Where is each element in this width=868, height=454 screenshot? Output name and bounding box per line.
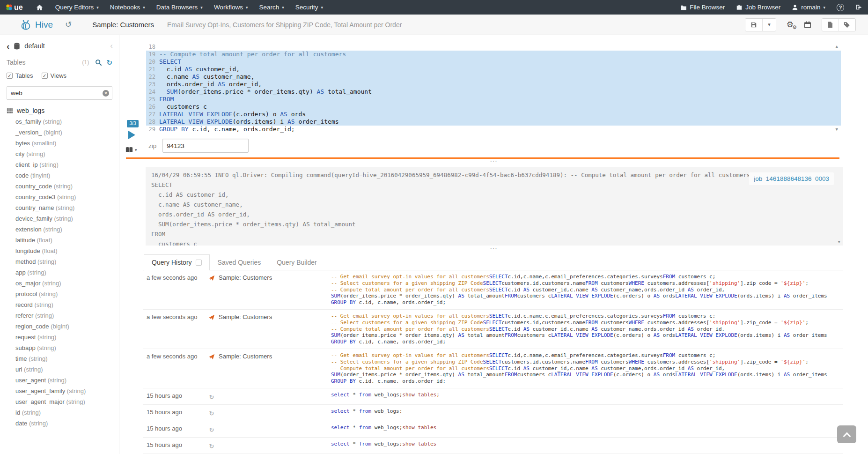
history-query-name[interactable] xyxy=(219,441,331,441)
topnav-menu[interactable]: Workflows ▾ xyxy=(208,0,254,15)
column-item[interactable]: code (tinyint) xyxy=(0,170,119,181)
execute-button[interactable] xyxy=(128,131,135,139)
help-button[interactable]: ? xyxy=(831,0,850,15)
log-scroll-down-arrow[interactable]: ▼ xyxy=(838,240,840,244)
logout-button[interactable] xyxy=(850,0,868,15)
job-browser-button[interactable]: Job Browser xyxy=(730,0,786,15)
history-query-sql[interactable]: -- Get email survey opt-in values for al… xyxy=(331,352,843,385)
column-item[interactable]: app (string) xyxy=(0,267,119,278)
editor-scroll-down-arrow[interactable]: ▼ xyxy=(836,127,838,132)
column-item[interactable]: referer (string) xyxy=(0,310,119,321)
table-item[interactable]: web_logs xyxy=(0,102,119,116)
column-item[interactable]: time (string) xyxy=(0,353,119,364)
column-item[interactable]: user_agent_family (string) xyxy=(0,386,119,396)
job-link[interactable]: job_1461888648136_0003 xyxy=(749,172,834,185)
column-item[interactable]: protocol (string) xyxy=(0,289,119,299)
column-item[interactable]: os_family (string) xyxy=(0,116,119,127)
column-item[interactable]: os_major (string) xyxy=(0,278,119,289)
topnav-menu[interactable]: Notebooks ▾ xyxy=(104,0,151,15)
column-item[interactable]: id (string) xyxy=(0,407,119,418)
column-item[interactable]: country_code3 (string) xyxy=(0,192,119,202)
topnav-menu[interactable]: Query Editors ▾ xyxy=(50,0,104,15)
tab[interactable]: Query History xyxy=(144,254,210,270)
column-item[interactable]: country_code (string) xyxy=(0,181,119,192)
history-query-name[interactable]: Sample: Customers xyxy=(219,313,331,320)
editor-line[interactable]: 23 ords.order_id AS order_id, xyxy=(146,81,841,88)
history-query-sql[interactable]: -- Get email survey opt-in values for al… xyxy=(331,313,843,345)
editor-line[interactable]: 29 GROUP BY c.id, c.name, ords.order_id; xyxy=(146,126,841,133)
home-button[interactable] xyxy=(29,0,50,15)
documentation-book-button[interactable]: ▾ xyxy=(125,147,137,153)
refresh-icon[interactable]: ↻ xyxy=(106,59,112,66)
schedule-calendar-button[interactable] xyxy=(804,21,811,28)
editor-line[interactable]: 24 SUM(order_items.price * order_items.q… xyxy=(146,88,841,96)
editor-line[interactable]: 18 xyxy=(146,43,841,51)
column-item[interactable]: city (string) xyxy=(0,149,119,159)
column-item[interactable]: extension (string) xyxy=(0,224,119,235)
history-query-name[interactable] xyxy=(219,408,331,409)
column-item[interactable]: method (string) xyxy=(0,256,119,267)
resize-grip[interactable]: ⋯ xyxy=(490,246,498,251)
history-query-name[interactable]: Sample: Customers xyxy=(219,274,331,281)
editor-line[interactable]: 22 c.name AS customer_name, xyxy=(146,73,841,81)
editor-line[interactable]: 21 c.id AS customer_id, xyxy=(146,66,841,73)
app-name[interactable]: Hive xyxy=(35,20,53,30)
column-item[interactable]: device_family (string) xyxy=(0,213,119,224)
column-item[interactable]: _version_ (bigint) xyxy=(0,127,119,138)
editor-line[interactable]: 25 FROM xyxy=(146,96,841,103)
history-query-sql[interactable]: -- Get email survey opt-in values for al… xyxy=(331,274,843,306)
history-row[interactable]: a few seconds ago ↻ Sample: Customers --… xyxy=(143,349,843,388)
editor-line[interactable]: 26 customers c xyxy=(146,103,841,111)
history-row[interactable]: 15 hours ago ↻ select * from web_logs;sh… xyxy=(143,388,843,405)
history-row[interactable]: 15 hours ago ↻ select * from web_logs; xyxy=(143,405,843,421)
column-item[interactable]: user_agent_major (string) xyxy=(0,396,119,407)
column-item[interactable]: record (string) xyxy=(0,299,119,310)
editor-line[interactable]: 20 SELECT xyxy=(146,58,841,66)
editor-line[interactable]: 28 LATERAL VIEW EXPLODE(ords.items) i AS… xyxy=(146,118,841,126)
column-item[interactable]: client_ip (string) xyxy=(0,159,119,170)
code-editor[interactable]: 18 19 -- Compute total amount per order … xyxy=(146,43,841,134)
settings-gears-button[interactable]: ⚙⚙ xyxy=(787,21,794,29)
tab[interactable]: Saved Queries xyxy=(210,254,269,270)
resize-grip[interactable]: ⋯ xyxy=(490,159,498,164)
query-history-icon[interactable]: ↺ xyxy=(65,20,72,30)
column-item[interactable]: url (string) xyxy=(0,364,119,375)
editor-line[interactable]: 19 -- Compute total amount per order for… xyxy=(146,51,841,58)
scroll-to-top-button[interactable] xyxy=(837,425,856,443)
tables-checkbox[interactable]: ✓ Tables xyxy=(7,72,33,79)
topnav-menu[interactable]: Data Browsers ▾ xyxy=(151,0,208,15)
column-item[interactable]: request (string) xyxy=(0,332,119,342)
column-item[interactable]: date (string) xyxy=(0,418,119,429)
column-item[interactable]: region_code (bigint) xyxy=(0,321,119,332)
history-row[interactable]: 15 hours ago ↻ select * from web_logs;sh… xyxy=(143,438,843,454)
tags-button[interactable] xyxy=(839,19,855,31)
variable-input[interactable] xyxy=(162,139,249,153)
history-row[interactable]: a few seconds ago ↻ Sample: Customers --… xyxy=(143,270,843,310)
back-chevron[interactable]: ‹ xyxy=(7,42,9,51)
clear-search-icon[interactable]: ✕ xyxy=(103,90,109,97)
database-name[interactable]: default xyxy=(24,42,45,50)
column-item[interactable]: subapp (string) xyxy=(0,342,119,353)
save-options-button[interactable]: ▾ xyxy=(763,19,776,31)
file-browser-button[interactable]: File Browser xyxy=(675,0,730,15)
column-item[interactable]: country_name (string) xyxy=(0,202,119,213)
history-row[interactable]: a few seconds ago ↻ Sample: Customers --… xyxy=(143,310,843,349)
history-row[interactable]: 15 hours ago ↻ select * from web_logs;sh… xyxy=(143,421,843,438)
column-item[interactable]: longitude (float) xyxy=(0,246,119,256)
table-search-input[interactable] xyxy=(7,86,112,100)
save-button[interactable] xyxy=(745,19,763,31)
hue-logo[interactable]: ue xyxy=(0,0,29,15)
column-item[interactable]: bytes (smallint) xyxy=(0,138,119,149)
topnav-menu[interactable]: Security ▾ xyxy=(290,0,329,15)
tab[interactable]: Query Builder xyxy=(269,254,325,270)
history-query-sql[interactable]: select * from web_logs;show tables xyxy=(331,441,843,447)
user-menu[interactable]: romain ▾ xyxy=(786,0,831,15)
editor-scroll-up-arrow[interactable]: ▲ xyxy=(836,45,838,49)
search-icon[interactable] xyxy=(95,59,102,66)
history-query-name[interactable]: Sample: Customers xyxy=(219,352,331,360)
views-checkbox[interactable]: ✓ Views xyxy=(42,72,66,79)
history-query-sql[interactable]: select * from web_logs; xyxy=(331,408,843,415)
topnav-menu[interactable]: Search ▾ xyxy=(253,0,289,15)
column-item[interactable]: latitude (float) xyxy=(0,235,119,246)
collapse-sidebar-chevron[interactable]: ‹ xyxy=(110,41,114,51)
